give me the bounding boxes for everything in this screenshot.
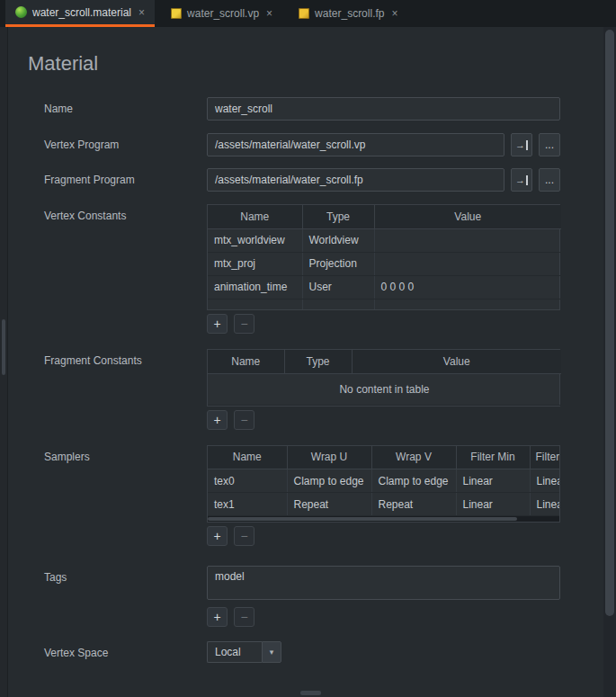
- samplers-horizontal-scrollbar[interactable]: [208, 516, 559, 522]
- table-header-row: Name Type Value: [208, 205, 561, 228]
- samplers-label: Samplers: [28, 445, 207, 547]
- add-tag-button[interactable]: +: [207, 607, 228, 627]
- fragment-program-file-icon: [299, 8, 309, 19]
- fragment-constants-table: Name Type Value No content in table: [207, 349, 560, 407]
- cell-filter-min[interactable]: Linear: [456, 469, 530, 493]
- ellipsis-icon: ...: [545, 174, 554, 186]
- tags-label: Tags: [28, 566, 207, 627]
- column-header-filter-min: Filter Min: [456, 446, 530, 469]
- add-sampler-button[interactable]: +: [207, 526, 228, 546]
- material-sphere-icon: [15, 6, 27, 18]
- remove-fragment-constant-button[interactable]: −: [234, 410, 254, 430]
- table-row[interactable]: tex1 Repeat Repeat Linear Linear: [208, 493, 559, 516]
- vertex-space-value[interactable]: Local: [207, 641, 262, 663]
- vertex-program-input[interactable]: [207, 133, 504, 156]
- column-header-wrap-v: Wrap V: [371, 446, 456, 469]
- jump-to-resource-icon: →: [515, 140, 528, 150]
- cell-value[interactable]: [374, 228, 561, 252]
- cell-wrap-v[interactable]: Repeat: [371, 493, 456, 516]
- vertex-space-row: Vertex Space Local ▾: [28, 641, 603, 663]
- table-filler-row: [208, 299, 561, 309]
- cell-type[interactable]: Projection: [302, 252, 374, 275]
- table-row[interactable]: mtx_worldview Worldview: [208, 228, 561, 252]
- tab-water-scroll-vp[interactable]: water_scroll.vp ×: [161, 0, 282, 27]
- samplers-row: Samplers Name Wrap U Wrap V Filter Min F…: [28, 445, 603, 547]
- add-fragment-constant-button[interactable]: +: [207, 410, 228, 430]
- cell-name[interactable]: mtx_proj: [208, 252, 302, 275]
- vertical-scrollbar-thumb[interactable]: [605, 30, 614, 616]
- table-header-row: Name Wrap U Wrap V Filter Min Filter: [208, 446, 559, 469]
- vertex-program-row: Vertex Program → ...: [28, 133, 603, 156]
- empty-table-row: No content in table: [208, 373, 561, 405]
- browse-vertex-program-button[interactable]: ...: [539, 133, 560, 156]
- cell-name[interactable]: tex0: [208, 469, 287, 493]
- cell-name[interactable]: tex1: [208, 493, 287, 516]
- empty-table-message: No content in table: [208, 373, 561, 405]
- cell-value[interactable]: [374, 252, 561, 275]
- remove-sampler-button[interactable]: −: [234, 526, 254, 546]
- close-tab-icon[interactable]: ×: [138, 6, 145, 19]
- vertex-space-label: Vertex Space: [28, 641, 207, 663]
- cell-wrap-u[interactable]: Repeat: [287, 493, 371, 516]
- vertex-constants-row: Vertex Constants Name Type Value mtx_wor: [28, 204, 603, 334]
- cell-name[interactable]: mtx_worldview: [208, 228, 302, 252]
- fragment-program-input[interactable]: [207, 168, 504, 192]
- vertex-space-dropdown-button[interactable]: ▾: [262, 641, 281, 663]
- close-tab-icon[interactable]: ×: [391, 7, 397, 20]
- samplers-horizontal-scrollbar-thumb[interactable]: [208, 517, 517, 521]
- tags-input[interactable]: model: [207, 566, 560, 600]
- cell-wrap-v[interactable]: Clamp to edge: [371, 469, 456, 493]
- fragment-constants-row: Fragment Constants Name Type Value No co: [28, 349, 603, 430]
- cell-type[interactable]: User: [302, 275, 374, 299]
- name-input[interactable]: [207, 97, 560, 121]
- name-row: Name: [28, 97, 603, 121]
- tab-label: water_scroll.material: [32, 6, 131, 19]
- table-row[interactable]: tex0 Clamp to edge Clamp to edge Linear …: [208, 469, 559, 493]
- tab-water-scroll-fp[interactable]: water_scroll.fp ×: [289, 0, 407, 27]
- cell-wrap-u[interactable]: Clamp to edge: [287, 469, 371, 493]
- vertex-space-dropdown[interactable]: Local ▾: [207, 641, 281, 663]
- page-title: Material: [28, 52, 603, 76]
- tab-label: water_scroll.fp: [315, 7, 384, 20]
- remove-vertex-constant-button[interactable]: −: [234, 314, 254, 334]
- chevron-down-icon: ▾: [270, 648, 274, 657]
- left-panel-splitter[interactable]: [0, 27, 8, 697]
- table-row[interactable]: mtx_proj Projection: [208, 252, 561, 275]
- cell-type[interactable]: Worldview: [302, 228, 374, 252]
- vertex-constants-label: Vertex Constants: [28, 204, 207, 334]
- material-editor-panel: Material Name Vertex Program → ... Fragm…: [8, 27, 603, 697]
- ellipsis-icon: ...: [545, 139, 554, 151]
- open-vertex-program-button[interactable]: →: [511, 133, 532, 156]
- column-header-value: Value: [374, 205, 561, 228]
- fragment-constants-label: Fragment Constants: [28, 349, 207, 430]
- cell-filter-min[interactable]: Linear: [456, 493, 530, 516]
- vertical-scrollbar[interactable]: [603, 27, 616, 697]
- add-vertex-constant-button[interactable]: +: [207, 314, 228, 334]
- close-tab-icon[interactable]: ×: [266, 7, 272, 20]
- cell-filter-mag[interactable]: Linear: [530, 469, 559, 493]
- vertex-constants-table: Name Type Value mtx_worldview Worldview …: [207, 204, 560, 310]
- table-header-row: Name Type Value: [208, 350, 561, 373]
- column-header-name: Name: [208, 446, 287, 469]
- cell-value[interactable]: 0 0 0 0: [374, 275, 561, 299]
- fragment-program-row: Fragment Program → ...: [28, 168, 603, 192]
- fragment-program-label: Fragment Program: [28, 168, 207, 192]
- cell-filter-mag[interactable]: Linear: [530, 493, 559, 516]
- cell-name[interactable]: animation_time: [208, 275, 302, 299]
- column-header-value: Value: [352, 350, 561, 373]
- column-header-type: Type: [284, 350, 352, 373]
- column-header-name: Name: [208, 205, 302, 228]
- remove-tag-button[interactable]: −: [234, 607, 254, 627]
- browse-fragment-program-button[interactable]: ...: [539, 168, 560, 192]
- column-header-filter-mag: Filter: [530, 446, 559, 469]
- splitter-handle[interactable]: [2, 319, 5, 375]
- table-row[interactable]: animation_time User 0 0 0 0: [208, 275, 561, 299]
- vertex-program-label: Vertex Program: [28, 133, 207, 156]
- open-fragment-program-button[interactable]: →: [511, 168, 532, 192]
- tab-label: water_scroll.vp: [187, 7, 259, 20]
- jump-to-resource-icon: →: [515, 175, 528, 185]
- tab-water-scroll-material[interactable]: water_scroll.material ×: [5, 0, 155, 27]
- tab-bar: water_scroll.material × water_scroll.vp …: [0, 0, 616, 27]
- vertex-program-file-icon: [171, 8, 182, 19]
- samplers-table: Name Wrap U Wrap V Filter Min Filter tex…: [207, 445, 560, 523]
